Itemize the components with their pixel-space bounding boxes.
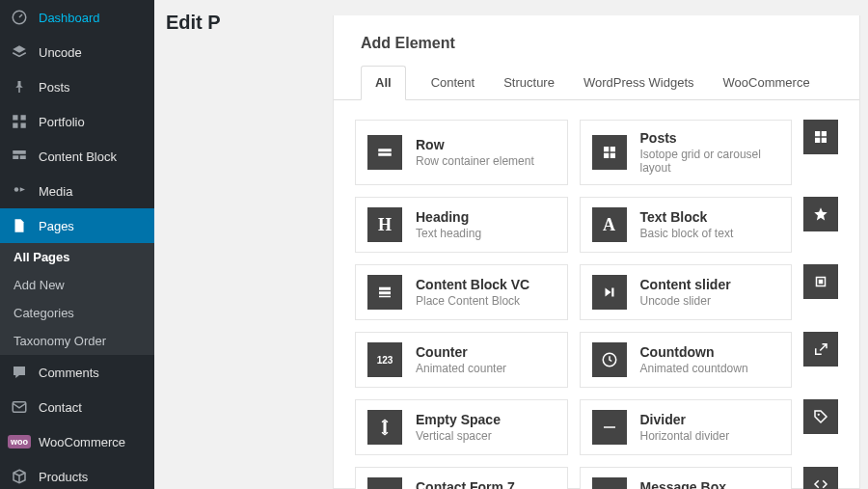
sidebar-item-label: Posts — [39, 80, 70, 95]
element-description: Basic block of text — [640, 227, 734, 240]
sidebar-item-content-block[interactable]: Content Block — [0, 139, 154, 174]
element-description: Text heading — [416, 227, 481, 240]
media-icon — [10, 181, 29, 201]
sidebar-subitem-categories[interactable]: Categories — [0, 299, 154, 327]
grid4-icon — [592, 135, 627, 170]
element-row: H Heading Text heading A Text Block Basi… — [355, 197, 838, 253]
stack-icon — [367, 275, 402, 310]
page-icon — [10, 216, 29, 235]
element-content-block-vc[interactable]: Content Block VC Place Content Block — [355, 264, 568, 320]
tab-content[interactable]: Content — [427, 66, 479, 99]
element-row: Row Row container element Posts Isotope … — [355, 120, 838, 185]
sidebar-item-label: Portfolio — [39, 115, 85, 129]
sidebar-item-dashboard[interactable]: Dashboard — [0, 0, 154, 35]
sidebar-item-comments[interactable]: Comments — [0, 355, 154, 390]
pin-icon — [10, 77, 29, 96]
sidebar-item-label: Content Block — [39, 149, 117, 164]
element-row: 123 Counter Animated counter Countdown A… — [355, 332, 838, 388]
svg-rect-18 — [822, 131, 827, 136]
sidebar-item-label: Contact — [39, 400, 82, 415]
sidebar-subitem-taxonomy-order[interactable]: Taxonomy Order — [0, 327, 154, 355]
element-extra-share[interactable] — [803, 332, 838, 367]
element-row: Empty Space Vertical spacer Divider Hori… — [355, 399, 838, 455]
svg-rect-26 — [819, 280, 824, 285]
element-extra-tag[interactable] — [803, 399, 838, 434]
sidebar-item-portfolio[interactable]: Portfolio — [0, 104, 154, 139]
svg-rect-23 — [379, 296, 391, 298]
sidebar-subitem-all-pages[interactable]: All Pages — [0, 243, 154, 271]
element-description: Place Content Block — [416, 294, 529, 308]
element-posts[interactable]: Posts Isotope grid or carousel layout — [580, 120, 793, 185]
element-title: Divider — [640, 412, 730, 427]
row-icon — [367, 135, 402, 170]
modal-title: Add Element — [334, 15, 859, 66]
svg-rect-21 — [379, 287, 391, 290]
element-row[interactable]: Row Row container element — [355, 120, 568, 185]
element-row: Content Block VC Place Content Block Con… — [355, 264, 838, 320]
element-title: Row — [416, 137, 534, 152]
dashboard-icon — [10, 8, 29, 27]
sidebar-item-pages[interactable]: Pages — [0, 208, 154, 243]
tab-wordpress-widgets[interactable]: WordPress Widgets — [580, 66, 698, 99]
sidebar-item-products[interactable]: Products — [0, 459, 154, 489]
info-icon — [592, 477, 627, 489]
svg-rect-1 — [18, 88, 20, 93]
contact-icon — [10, 397, 29, 417]
element-content-slider[interactable]: Content slider Uncode slider — [580, 264, 793, 320]
sidebar-item-media[interactable]: Media — [0, 174, 154, 208]
sidebar-item-uncode[interactable]: Uncode — [0, 35, 154, 69]
sidebar-item-label: Uncode — [39, 45, 82, 60]
svg-rect-16 — [610, 153, 614, 158]
element-title: Heading — [416, 209, 481, 225]
element-text-block[interactable]: A Text Block Basic block of text — [580, 197, 793, 253]
element-title: Content slider — [640, 277, 731, 292]
element-extra-star[interactable] — [803, 197, 838, 231]
svg-rect-20 — [822, 138, 827, 143]
sidebar-item-posts[interactable]: Posts — [0, 69, 154, 104]
sidebar-item-label: WooCommerce — [39, 435, 125, 449]
vbar-icon — [367, 410, 402, 445]
element-extra-carousel[interactable] — [803, 264, 838, 299]
element-title: Empty Space — [416, 412, 501, 427]
modal-tabs: AllContentStructureWordPress WidgetsWooC… — [334, 66, 859, 100]
H-icon: H — [367, 207, 402, 242]
A-icon: A — [592, 207, 627, 242]
element-countdown[interactable]: Countdown Animated countdown — [580, 332, 793, 388]
element-title: Message Box — [640, 479, 742, 489]
element-row: Contact Form 7 Place Contact Form7 Messa… — [355, 467, 838, 489]
svg-point-30 — [818, 414, 820, 416]
element-title: Counter — [416, 344, 506, 360]
svg-rect-19 — [815, 138, 820, 143]
sidebar-submenu: All PagesAdd NewCategoriesTaxonomy Order — [0, 243, 154, 355]
element-divider[interactable]: Divider Horizontal divider — [580, 399, 793, 455]
sidebar-subitem-add-new[interactable]: Add New — [0, 271, 154, 299]
tab-woocommerce[interactable]: WooCommerce — [719, 66, 814, 99]
svg-rect-6 — [13, 150, 26, 154]
page-heading-partial: Edit P — [166, 12, 221, 34]
svg-rect-4 — [13, 123, 17, 128]
element-contact-form-7[interactable]: Contact Form 7 Place Contact Form7 — [355, 467, 568, 489]
mail-icon — [367, 477, 402, 489]
svg-rect-12 — [378, 153, 392, 156]
svg-rect-14 — [610, 147, 614, 151]
svg-rect-5 — [21, 123, 26, 128]
element-empty-space[interactable]: Empty Space Vertical spacer — [355, 399, 568, 455]
element-extra-code[interactable] — [803, 467, 838, 489]
element-counter[interactable]: 123 Counter Animated counter — [355, 332, 568, 388]
element-description: Isotope grid or carousel layout — [640, 148, 780, 175]
sidebar-item-label: Dashboard — [39, 11, 100, 25]
tab-structure[interactable]: Structure — [500, 66, 558, 99]
element-message-box[interactable]: Message Box Notification element — [580, 467, 793, 489]
svg-rect-17 — [815, 131, 820, 136]
svg-rect-7 — [13, 155, 18, 159]
tab-all[interactable]: All — [361, 66, 406, 100]
sidebar-item-woocommerce[interactable]: wooWooCommerce — [0, 424, 154, 459]
element-title: Text Block — [640, 209, 734, 225]
comment-icon — [10, 363, 29, 382]
main-content: Edit P Add Element AllContentStructureWo… — [154, 0, 868, 489]
element-extra-grid4[interactable] — [803, 120, 838, 154]
sidebar-item-contact[interactable]: Contact — [0, 390, 154, 424]
sidebar-item-label: Pages — [39, 219, 74, 233]
element-heading[interactable]: H Heading Text heading — [355, 197, 568, 253]
element-description: Row container element — [416, 154, 534, 168]
